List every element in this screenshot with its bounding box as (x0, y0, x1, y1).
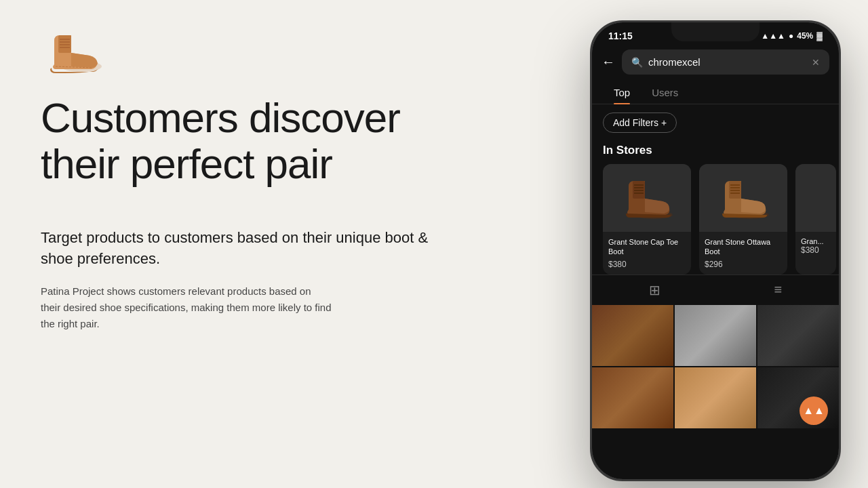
search-icon: 🔍 (631, 57, 643, 68)
battery-icon: ▓ (816, 31, 823, 41)
product-card-1[interactable]: Grant Stone Cap Toe Boot $380 (603, 164, 691, 274)
photo-cell-3[interactable] (757, 305, 839, 366)
add-filters-label: Add Filters (613, 117, 658, 128)
product-card-3[interactable]: Gran... $380 (795, 164, 836, 274)
tab-users[interactable]: Users (641, 81, 689, 104)
plus-icon: + (661, 117, 667, 128)
tab-top[interactable]: Top (603, 81, 641, 104)
clear-search-button[interactable]: ✕ (812, 57, 820, 68)
add-filters-button[interactable]: Add Filters + (603, 113, 677, 133)
page-headline: Customers discover their perfect pair (41, 95, 434, 187)
svg-rect-1 (58, 35, 71, 53)
product-image-2 (699, 164, 787, 232)
scroll-to-top-button[interactable]: ▲▲ (800, 396, 828, 425)
phone-screen: 11:15 ▲▲▲ ● 45% ▓ ← 🔍 chromexcel ✕ (592, 22, 839, 479)
in-stores-label: In Stores (592, 141, 839, 164)
phone-mockup: 11:15 ▲▲▲ ● 45% ▓ ← 🔍 chromexcel ✕ (590, 20, 841, 481)
product-image-3 (795, 164, 836, 232)
signal-icon: ▲▲▲ (761, 31, 785, 41)
product-name-2: Grant Stone Ottawa Boot (705, 237, 782, 257)
svg-rect-7 (633, 181, 645, 199)
left-section: Customers discover their perfect pair Ta… (0, 0, 475, 488)
filters-row: Add Filters + (592, 104, 839, 141)
battery-level: 45% (797, 31, 813, 41)
product-card-2[interactable]: Grant Stone Ottawa Boot $296 (699, 164, 787, 274)
photo-cell-2[interactable] (675, 305, 756, 366)
search-bar-row: ← 🔍 chromexcel ✕ (592, 45, 839, 79)
svg-rect-13 (729, 181, 741, 199)
nav-list-icon[interactable]: ≡ (774, 282, 782, 298)
status-icons: ▲▲▲ ● 45% ▓ (761, 31, 823, 41)
page-description: Patina Project shows customers relevant … (41, 283, 332, 332)
photo-cell-4[interactable] (592, 367, 673, 428)
chevron-up-icon: ▲▲ (803, 405, 825, 417)
photo-cell-1[interactable] (592, 305, 673, 366)
phone-notch (671, 22, 760, 41)
search-box[interactable]: 🔍 chromexcel ✕ (622, 49, 829, 75)
bottom-nav: ⊞ ≡ (592, 274, 839, 305)
product-price-2: $296 (705, 260, 782, 269)
product-info-3: Gran... $380 (795, 232, 836, 260)
boot-icon (41, 27, 108, 75)
product-info-1: Grant Stone Cap Toe Boot $380 (603, 232, 691, 274)
back-button[interactable]: ← (601, 54, 615, 70)
products-row: Grant Stone Cap Toe Boot $380 (592, 164, 839, 274)
photo-cell-6[interactable] (757, 367, 839, 428)
phone-frame: 11:15 ▲▲▲ ● 45% ▓ ← 🔍 chromexcel ✕ (590, 20, 841, 481)
product-price-3: $380 (801, 245, 831, 255)
page-subheadline: Target products to customers based on th… (41, 228, 434, 270)
product-info-2: Grant Stone Ottawa Boot $296 (699, 232, 787, 274)
photo-cell-5[interactable] (675, 367, 756, 428)
product-price-1: $380 (608, 260, 686, 269)
product-name-3: Gran... (801, 237, 831, 245)
nav-gallery-icon[interactable]: ⊞ (649, 282, 660, 298)
product-image-1 (603, 164, 691, 232)
status-time: 11:15 (608, 30, 633, 41)
search-query: chromexcel (648, 56, 806, 68)
product-name-1: Grant Stone Cap Toe Boot (608, 237, 686, 257)
wifi-icon: ● (789, 31, 793, 41)
tabs-row: Top Users (592, 79, 839, 104)
